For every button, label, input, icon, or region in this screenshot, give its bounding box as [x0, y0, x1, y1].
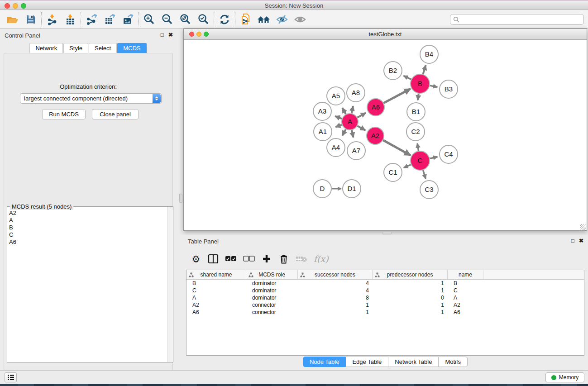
float-panel-icon[interactable]: □	[571, 238, 574, 244]
graph-edge-A2-C[interactable]	[383, 140, 411, 156]
close-panel-icon[interactable]: ✖	[579, 238, 583, 244]
network-canvas[interactable]: AA1A2A3A4A5A6A7A8BB1B2B3B4CC1C2C3C4DD1	[184, 40, 587, 230]
table-options-button[interactable]: ⚙	[191, 253, 201, 265]
graph-edge-A-A5[interactable]	[342, 108, 346, 114]
column-header-successor-nodes[interactable]: successor nodes	[298, 270, 373, 279]
close-panel-icon[interactable]: ✖	[168, 32, 173, 38]
criterion-select[interactable]: largest connected component (directed)	[20, 93, 162, 104]
show-task-history-button[interactable]	[5, 372, 17, 382]
home-button[interactable]	[255, 12, 273, 27]
resize-grip[interactable]	[580, 224, 586, 230]
tab-network-table[interactable]: Network Table	[388, 357, 439, 367]
table-cell[interactable]: 1	[298, 309, 373, 316]
table-row[interactable]: A2connector11A2	[186, 301, 584, 309]
split-divider-vertical[interactable]	[179, 194, 182, 203]
table-cell[interactable]: B	[186, 280, 246, 287]
table-cell[interactable]: 4	[298, 280, 373, 287]
table-cell[interactable]: dominator	[246, 294, 298, 301]
open-session-button[interactable]	[4, 12, 22, 27]
delete-table-button[interactable]	[296, 253, 307, 265]
table-cell[interactable]: connector	[246, 309, 298, 316]
tab-motifs[interactable]: Motifs	[439, 357, 468, 367]
table-cell[interactable]: A2	[186, 301, 246, 309]
table-row[interactable]: Cdominator41C	[186, 287, 584, 294]
result-item[interactable]: C	[9, 231, 167, 238]
result-scrollbar[interactable]	[167, 207, 173, 362]
table-cell[interactable]: 1	[373, 280, 448, 287]
delete-column-button[interactable]	[278, 253, 289, 265]
graph-edge-C-C4[interactable]	[430, 157, 437, 158]
table-cell[interactable]: A2	[448, 301, 483, 309]
split-divider-horizontal[interactable]	[382, 232, 392, 234]
result-item[interactable]: A6	[9, 238, 167, 246]
graph-edge-C-C2[interactable]	[417, 143, 419, 151]
graph-edge-A-A8[interactable]	[352, 106, 353, 113]
graph-edge-B-B1[interactable]	[418, 94, 419, 100]
table-cell[interactable]: 1	[373, 301, 448, 309]
graph-edge-A-A4[interactable]	[342, 129, 346, 136]
import-network-button[interactable]	[43, 12, 61, 27]
graph-edge-A-A7[interactable]	[352, 130, 354, 138]
graph-edge-A-A2[interactable]	[358, 126, 366, 130]
result-item[interactable]: B	[9, 224, 167, 231]
graph-edge-A-A3[interactable]	[335, 116, 342, 119]
float-panel-icon[interactable]: □	[161, 32, 164, 38]
result-item[interactable]: A	[9, 217, 167, 224]
zoom-out-button[interactable]	[158, 12, 176, 27]
show-graphics-details-button[interactable]	[291, 12, 309, 27]
zoom-fit-button[interactable]	[176, 12, 194, 27]
table-cell[interactable]: A6	[186, 309, 246, 316]
column-header-shared-name[interactable]: shared name	[186, 270, 246, 279]
graph-edge-B-B4[interactable]	[423, 65, 425, 74]
memory-button[interactable]: Memory	[545, 372, 584, 382]
export-network-button[interactable]	[82, 12, 100, 27]
tab-node-table[interactable]: Node Table	[303, 357, 346, 367]
close-panel-button[interactable]: Close panel	[92, 109, 139, 119]
result-item[interactable]: A2	[9, 210, 167, 217]
show-columns-button[interactable]	[208, 253, 219, 265]
graph-edge-B-B2[interactable]	[403, 76, 411, 79]
select-all-rows-button[interactable]	[225, 253, 237, 265]
graph-edge-C-C1[interactable]	[404, 165, 411, 168]
table-cell[interactable]: dominator	[246, 287, 298, 294]
table-cell[interactable]: 1	[373, 287, 448, 294]
table-cell[interactable]: 4	[298, 287, 373, 294]
table-row[interactable]: Adominator80A	[186, 294, 584, 301]
create-column-button[interactable]	[261, 253, 272, 265]
table-cell[interactable]: 0	[373, 294, 448, 301]
refresh-view-button[interactable]	[215, 12, 234, 27]
deselect-all-rows-button[interactable]	[243, 253, 255, 265]
table-cell[interactable]: C	[448, 287, 483, 294]
tab-network[interactable]: Network	[29, 43, 63, 53]
graph-edge-C-C3[interactable]	[423, 170, 426, 179]
column-header-predecessor-nodes[interactable]: predecessor nodes	[373, 270, 448, 279]
graph-edge-A-A1[interactable]	[335, 125, 342, 127]
table-cell[interactable]: connector	[246, 301, 298, 309]
export-table-button[interactable]	[100, 12, 119, 27]
table-cell[interactable]: 1	[298, 301, 373, 309]
function-builder-button[interactable]: f(x)	[314, 253, 329, 265]
table-cell[interactable]: 8	[298, 294, 373, 301]
import-table-button[interactable]	[61, 12, 79, 27]
table-cell[interactable]: C	[186, 287, 246, 294]
zoom-in-button[interactable]	[140, 12, 158, 27]
table-cell[interactable]: 1	[373, 309, 448, 316]
tab-mcds[interactable]: MCDS	[117, 43, 146, 53]
graph-edge-B-B3[interactable]	[430, 86, 438, 87]
save-session-button[interactable]	[22, 12, 40, 27]
hide-graphics-details-button[interactable]	[273, 12, 291, 27]
table-row[interactable]: Bdominator41B	[186, 280, 584, 287]
graph-edge-A-A6[interactable]	[358, 113, 366, 117]
table-row[interactable]: A6connector11A6	[186, 309, 584, 316]
duplicate-network-button[interactable]	[237, 12, 255, 27]
search-input[interactable]	[460, 16, 583, 23]
tab-style[interactable]: Style	[63, 43, 88, 53]
column-header-name[interactable]: name	[448, 270, 483, 279]
export-image-button[interactable]	[119, 12, 137, 27]
search-box[interactable]	[450, 14, 584, 25]
run-mcds-button[interactable]: Run MCDS	[42, 109, 86, 119]
column-header-MCDS-role[interactable]: MCDS role	[246, 270, 298, 279]
table-cell[interactable]: dominator	[246, 280, 298, 287]
table-cell[interactable]: A6	[448, 309, 483, 316]
tab-select[interactable]: Select	[89, 43, 117, 53]
